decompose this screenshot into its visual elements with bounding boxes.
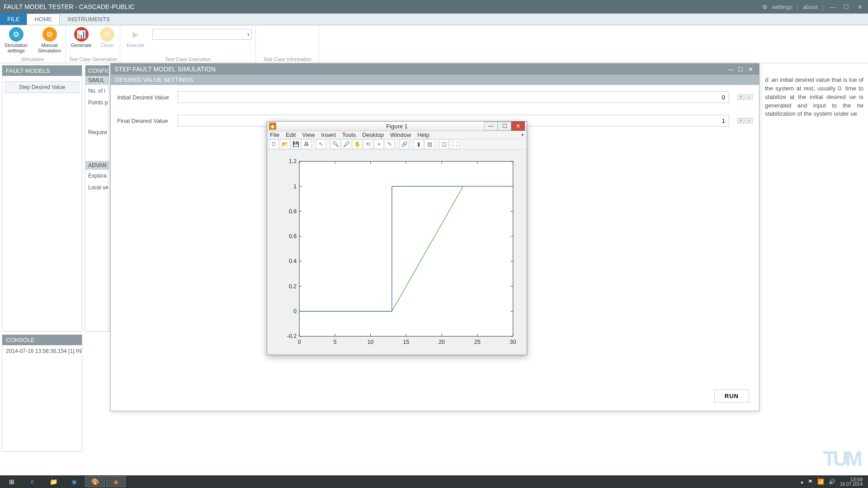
close-button[interactable]: ✕ [511,122,525,131]
link-icon[interactable]: 🔗 [399,139,409,149]
zoom-out-icon[interactable]: 🔎 [341,139,351,149]
config-row: Explora [85,170,109,182]
execute-button[interactable]: ▶ Execute [124,27,147,48]
close-button[interactable]: ✕ [745,66,755,73]
config-row: No. of i [85,85,109,97]
panel-header: CONFIG [85,66,109,76]
ribbon-group-label: Test Case Generation [66,56,120,62]
taskbar-matlab[interactable]: ◆ [106,476,126,487]
svg-text:-0.2: -0.2 [287,333,297,340]
chart: 051015202530-0.200.20.40.60.811.2 [273,156,521,351]
svg-text:0.8: 0.8 [289,208,297,215]
run-button[interactable]: RUN [714,389,749,403]
tab-file[interactable]: FILE [0,13,27,25]
manual-simulation-button[interactable]: ⚙ Manual Simulation [36,27,64,53]
taskbar-app1[interactable]: ◉ [64,476,84,487]
new-icon[interactable]: 🗋 [269,139,279,149]
menu-help[interactable]: Help [417,131,429,138]
initial-value-label: Initial Desired Value [117,94,171,101]
maximize-button[interactable]: ☐ [498,122,511,131]
gear-icon[interactable]: ⚙ [762,4,768,10]
tray-flag-icon[interactable]: ⚑ [808,479,813,485]
print-icon[interactable]: 🖶 [302,139,311,149]
step-desired-value-button[interactable]: Step Desired Value [5,81,79,93]
datacursor-icon[interactable]: ⌖ [374,139,384,149]
menu-desktop[interactable]: Desktop [362,131,384,138]
sim-window-titlebar[interactable]: STEP FAULT MODEL SIMULATION — ☐ ✕ [111,64,759,75]
increment-button[interactable]: + [737,94,745,100]
menu-window[interactable]: Window [390,131,411,138]
dock-icon[interactable]: ◫ [439,139,449,149]
svg-text:0: 0 [293,308,297,314]
tray-chevron-icon[interactable]: ▴ [801,479,803,485]
panel-header: CONSOLE [2,335,82,345]
ribbon-group-label: Simulation [0,56,66,62]
menu-edit[interactable]: Edit [286,131,296,138]
svg-text:1.2: 1.2 [289,158,297,164]
increment-button[interactable]: + [737,118,745,123]
ribbon: ⚙ Simulation settings ⚙ Manual Simulatio… [0,25,868,63]
console-output: 2014-07-16 13:58:36,154 [1] INFO Control… [2,345,82,357]
menu-more-icon[interactable]: ▾ [521,132,524,138]
svg-text:20: 20 [439,339,445,345]
zoom-in-icon[interactable]: 🔍 [330,139,340,149]
final-value-label: Final Desired Value [117,117,171,124]
tab-instruments[interactable]: INSTRUMENTS [60,14,118,25]
simulation-settings-button[interactable]: ⚙ Simulation settings [2,27,30,53]
app-titlebar: FAULT MODEL TESTER - CASCADE-PUBLIC ⚙ se… [0,0,868,14]
colorbar-icon[interactable]: ▮ [414,139,424,149]
start-button[interactable]: ⊞ [2,476,22,487]
menu-insert[interactable]: Insert [321,131,336,138]
svg-text:1: 1 [293,183,297,190]
ribbon-group-label: Test Case Execution [120,56,255,62]
svg-rect-0 [299,161,513,336]
config-row: Local se [85,182,109,193]
maximize-button[interactable]: ☐ [736,66,745,73]
manual-icon: ⚙ [42,27,57,42]
open-icon[interactable]: 📂 [280,139,290,149]
close-button[interactable]: ✕ [855,4,864,10]
clean-button[interactable]: ⟳ Clean [98,27,116,48]
description-text: d: an initial desired value that is lue … [762,74,866,120]
config-row: Points p [85,97,109,108]
generate-button[interactable]: 📊 Generate [70,27,93,48]
menu-file[interactable]: File [270,131,279,138]
pointer-icon[interactable]: ↖ [316,139,326,149]
ribbon-tabbar: FILE HOME INSTRUMENTS [0,14,868,25]
minimize-button[interactable]: — [726,66,736,73]
menu-tools[interactable]: Tools [342,131,356,138]
brush-icon[interactable]: ✎ [385,139,395,149]
svg-text:25: 25 [474,339,481,345]
tray-clock[interactable]: 13:58 16.07.2014 [840,477,863,487]
tray-network-icon[interactable]: 📶 [817,479,824,485]
taskbar-app2[interactable]: 🎨 [85,476,105,487]
tray-volume-icon[interactable]: 🔊 [829,479,835,485]
tray-date: 16.07.2014 [840,482,863,487]
system-tray: ▴ ⚑ 📶 🔊 13:58 16.07.2014 [801,477,866,487]
pan-icon[interactable]: ✋ [352,139,362,149]
decrement-button[interactable]: − [745,118,753,123]
minimize-button[interactable]: — [484,122,498,131]
sim-window-title: STEP FAULT MODEL SIMULATION [114,66,216,73]
maximize-button[interactable]: ☐ [842,4,851,10]
legend-icon[interactable]: ▤ [425,139,434,149]
settings-link[interactable]: settings [772,4,793,10]
figure-titlebar[interactable]: ◆ Figure 1 — ☐ ✕ [267,122,527,131]
about-link[interactable]: about [803,4,818,10]
figure-window: ◆ Figure 1 — ☐ ✕ File Edit View Insert T… [267,121,527,355]
chart-icon: 📊 [74,27,89,42]
menu-view[interactable]: View [302,131,315,138]
config-row: Require [85,127,109,138]
taskbar-ie[interactable]: e [23,476,42,487]
decrement-button[interactable]: − [745,94,753,100]
tab-home[interactable]: HOME [27,14,60,25]
tray-time: 13:58 [850,477,863,482]
initial-value-input[interactable] [178,91,729,103]
rotate-icon[interactable]: ⟲ [363,139,373,149]
save-icon[interactable]: 💾 [291,139,301,149]
undock-icon[interactable]: ⛶ [450,139,460,149]
testcase-dropdown[interactable]: ▾ [152,29,252,40]
taskbar-explorer[interactable]: 📁 [43,476,63,487]
minimize-button[interactable]: — [828,4,837,10]
svg-text:10: 10 [368,339,374,345]
